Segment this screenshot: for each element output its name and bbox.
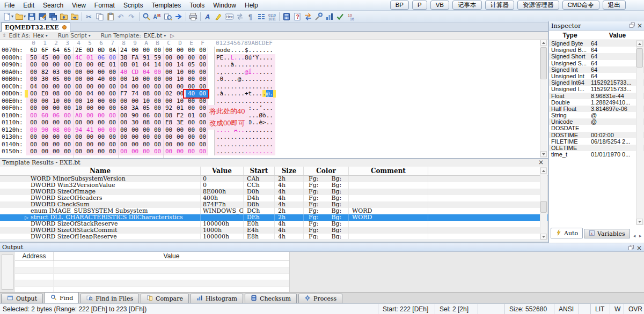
- template-row[interactable]: DWORD SizeOfHeapReserve100000hE8h4hFg:Bg…: [0, 234, 548, 239]
- check-icon[interactable]: [335, 11, 346, 22]
- hex-byte[interactable]: 00: [62, 83, 73, 91]
- goto-icon[interactable]: [173, 11, 184, 22]
- hex-byte[interactable]: 00: [96, 126, 107, 134]
- hex-byte[interactable]: 06: [96, 54, 107, 62]
- hex-bytes[interactable]: 00000000000000000000000000000000: [26, 148, 208, 155]
- hex-byte[interactable]: 00: [62, 76, 73, 83]
- menu-item-scripts[interactable]: Scripts: [119, 1, 148, 10]
- hex-ascii[interactable]: .à......÷t....@.: [214, 90, 275, 98]
- hex-bytes[interactable]: 00000000000000000000000000000000: [26, 141, 208, 148]
- hex-byte[interactable]: 59: [152, 54, 163, 62]
- hex-byte[interactable]: 00: [197, 126, 208, 134]
- binary-view-icon[interactable]: 01101011: [267, 11, 277, 22]
- inspector-row[interactable]: Signed Int6411529215733...: [549, 79, 644, 86]
- hex-byte[interactable]: 00: [50, 54, 62, 62]
- quick-button-6[interactable]: 资源管理器: [517, 1, 559, 10]
- hex-byte[interactable]: 00: [39, 61, 50, 69]
- hex-ascii[interactable]: .0....@.........: [214, 76, 275, 83]
- hex-byte[interactable]: 00: [186, 76, 197, 83]
- hex-byte[interactable]: 00: [107, 141, 118, 148]
- hex-byte[interactable]: 10: [174, 98, 186, 105]
- inspector-row[interactable]: DOSDATE: [549, 125, 644, 131]
- hex-byte[interactable]: 00: [62, 69, 73, 76]
- base-converter-icon[interactable]: 1016: [346, 11, 356, 22]
- hex-byte[interactable]: 00: [197, 112, 208, 119]
- hex-byte[interactable]: 00: [28, 90, 39, 98]
- status-endian[interactable]: LIT: [590, 304, 610, 314]
- hex-byte[interactable]: 00: [39, 133, 50, 141]
- hex-byte[interactable]: 00: [28, 148, 39, 155]
- hex-byte[interactable]: 2E: [73, 47, 84, 54]
- hex-byte[interactable]: 00: [62, 148, 73, 155]
- hex-byte[interactable]: 00: [197, 76, 208, 83]
- hex-byte[interactable]: 00: [152, 112, 163, 119]
- hex-byte[interactable]: 00: [107, 98, 118, 105]
- histogram-icon[interactable]: [324, 11, 335, 22]
- scroll-thumb[interactable]: [540, 47, 547, 79]
- hex-byte[interactable]: 00: [62, 54, 73, 62]
- hex-byte[interactable]: 00: [107, 112, 118, 119]
- hex-byte[interactable]: 6D: [28, 47, 39, 54]
- hex-byte[interactable]: 41: [84, 126, 96, 134]
- panel-tab-histogram[interactable]: Histogram: [191, 294, 243, 303]
- export-hex-icon[interactable]: [69, 11, 80, 22]
- hex-byte[interactable]: 00: [163, 126, 174, 134]
- inspector-row[interactable]: Signed Int64: [549, 66, 644, 73]
- template-row[interactable]: DWORD Win32VersionValue0CCh4hFg:Bg:: [0, 182, 548, 189]
- inspector-row[interactable]: Signed Byte64: [549, 40, 644, 47]
- menu-item-file[interactable]: File: [0, 1, 19, 10]
- menu-item-templates[interactable]: Templates: [148, 1, 186, 10]
- hex-byte[interactable]: 10: [129, 76, 141, 83]
- hex-byte[interactable]: 92: [163, 104, 174, 112]
- menu-item-view[interactable]: View: [68, 1, 90, 10]
- hex-byte[interactable]: 00: [141, 83, 152, 91]
- hex-ascii[interactable]: ....à...........: [214, 61, 275, 69]
- hex-byte[interactable]: 00: [73, 148, 84, 155]
- inspector-row[interactable]: Unsigned Int64: [549, 73, 644, 79]
- hex-byte[interactable]: 04: [28, 83, 39, 91]
- hex-row[interactable]: 0070h:6D6F64652E0D0D0A2400000000000000mo…: [0, 47, 548, 54]
- hex-byte[interactable]: D8: [163, 112, 174, 119]
- save-icon[interactable]: [26, 11, 37, 22]
- hex-byte[interactable]: 24: [118, 47, 129, 54]
- menu-item-tools[interactable]: Tools: [185, 1, 209, 10]
- hex-byte[interactable]: 00: [84, 148, 96, 155]
- hex-bytes[interactable]: 0000000010000000603A050092010000: [26, 104, 208, 112]
- hex-byte[interactable]: 00: [197, 119, 208, 126]
- float-panel-icon[interactable]: [630, 22, 635, 29]
- float-panel-icon[interactable]: [628, 245, 634, 252]
- hex-byte[interactable]: 00: [107, 104, 118, 112]
- hex-byte[interactable]: 60: [39, 112, 50, 119]
- copy-icon[interactable]: [94, 11, 105, 22]
- hex-byte[interactable]: 00: [152, 83, 163, 91]
- hex-byte[interactable]: 00: [28, 98, 39, 105]
- hex-byte[interactable]: 00: [197, 104, 208, 112]
- template-row[interactable]: DWORD SizeOfHeaders400hD4h4hFg:Bg:: [0, 195, 548, 201]
- hex-byte[interactable]: 00: [107, 119, 118, 126]
- quick-button-3[interactable]: VB: [430, 1, 449, 10]
- hex-byte[interactable]: 00: [39, 148, 50, 155]
- inspector-table[interactable]: Signed Byte64Unsigned B...64Signed Short…: [549, 40, 644, 158]
- template-row[interactable]: WORD MinorSubsystemVersion0CAh2hFg:Bg:: [0, 176, 548, 182]
- hex-byte[interactable]: 08: [50, 126, 62, 134]
- hex-byte[interactable]: 38: [118, 54, 129, 62]
- hex-byte[interactable]: 00: [197, 54, 208, 62]
- hex-byte[interactable]: 00: [152, 98, 163, 105]
- hex-byte[interactable]: 00: [96, 133, 107, 141]
- run-script-label[interactable]: Run Script: [58, 32, 87, 39]
- swap-bytes-icon[interactable]: [303, 11, 313, 22]
- hex-ascii[interactable]: .‚......@Í......: [214, 69, 275, 76]
- hex-byte[interactable]: 00: [118, 76, 129, 83]
- hex-byte[interactable]: 00: [141, 148, 152, 155]
- menu-item-search[interactable]: Search: [39, 1, 68, 10]
- hex-byte[interactable]: 0B: [118, 61, 129, 69]
- hex-byte[interactable]: 00: [152, 119, 163, 126]
- hex-byte[interactable]: 00: [186, 47, 197, 54]
- hex-byte[interactable]: 00: [174, 54, 186, 62]
- hex-byte[interactable]: 00: [28, 69, 39, 76]
- hex-byte[interactable]: 10: [141, 98, 152, 105]
- hex-bytes[interactable]: 00000000E0000E010B01041400140500: [26, 61, 208, 69]
- template-row[interactable]: DWORD SizeOfStackCommit1000hE4h4hFg:Bg:: [0, 227, 548, 234]
- hex-byte[interactable]: 00: [186, 54, 197, 62]
- hex-byte[interactable]: 00: [107, 90, 118, 98]
